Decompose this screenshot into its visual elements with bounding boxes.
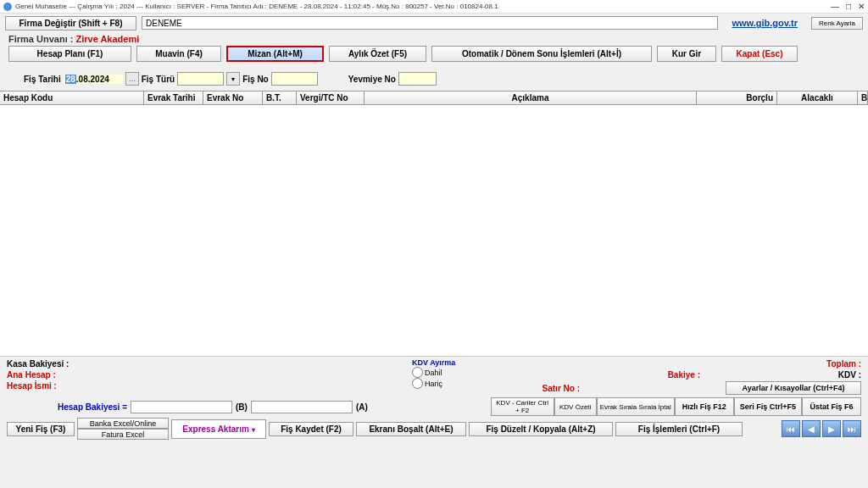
fis-islemleri-button[interactable]: Fiş İşlemleri (Ctrl+F)	[615, 422, 743, 436]
titlebar: Genel Muhasebe --- Çalışma Yılı : 2024 -…	[0, 0, 868, 14]
yeni-fis-button[interactable]: Yeni Fiş (F3)	[7, 422, 75, 436]
mizan-button[interactable]: Mizan (Alt+M)	[226, 46, 324, 62]
hizli-fis-button[interactable]: Hızlı Fiş F12	[675, 397, 734, 416]
col-aciklama[interactable]: Açıklama	[364, 92, 697, 104]
col-evrak-tarihi[interactable]: Evrak Tarihi	[144, 92, 203, 104]
kdv-dahil-label: Dahil	[425, 369, 442, 377]
nav-buttons: ⏮ ◀ ▶ ⏭	[782, 420, 861, 437]
nav-last-button[interactable]: ⏭	[843, 420, 861, 437]
col-evrak-no[interactable]: Evrak No	[203, 92, 263, 104]
nav-prev-button[interactable]: ◀	[802, 420, 821, 437]
topbar: Firma Değiştir (Shift + F8) www.gib.gov.…	[0, 14, 868, 32]
minimize-icon[interactable]: —	[831, 2, 839, 11]
ekrani-bosalt-button[interactable]: Ekranı Boşalt (Alt+E)	[356, 422, 466, 436]
seri-fis-button[interactable]: Seri Fiş Ctrl+F5	[734, 397, 802, 416]
maximize-icon[interactable]: □	[846, 2, 851, 11]
close-icon[interactable]: ✕	[858, 2, 865, 11]
col-hesap-kodu[interactable]: Hesap Kodu	[0, 92, 144, 104]
hesap-ismi-label: Hesap İsmi :	[7, 380, 405, 391]
fis-no-input[interactable]	[271, 72, 318, 86]
kasa-bakiyesi-label: Kasa Bakiyesi :	[7, 358, 405, 369]
yevmiye-no-input[interactable]	[398, 72, 437, 86]
banka-excel-button[interactable]: Banka Excel/Online	[77, 418, 169, 429]
ayarlar-button[interactable]: Ayarlar / Kısayollar (Ctrl+F4)	[726, 381, 861, 395]
fis-turu-input[interactable]	[177, 72, 224, 86]
kdv-label: KDV :	[819, 370, 861, 380]
fis-no-label: Fiş No	[242, 75, 269, 84]
kdv-haric-label: Hariç	[425, 380, 442, 388]
kdv-dahil-radio[interactable]	[412, 367, 423, 378]
evrak-sirala-button[interactable]: Evrak Sırala Sırala İptal	[597, 397, 675, 416]
a-label: (A)	[356, 402, 368, 412]
muavin-button[interactable]: Muavin (F4)	[136, 46, 221, 62]
col-alacakli[interactable]: Alacaklı	[777, 92, 858, 104]
hesap-bakiyesi-label: Hesap Bakiyesi =	[58, 402, 127, 412]
footer-row3: Yeni Fiş (F3) Banka Excel/Online Fatura …	[7, 418, 861, 440]
footer-top: Kasa Bakiyesi : Ana Hesap : Hesap İsmi :…	[7, 358, 861, 396]
col-b[interactable]: B	[858, 92, 868, 104]
col-bt[interactable]: B.T.	[263, 92, 297, 104]
fatura-excel-button[interactable]: Fatura Excel	[77, 429, 169, 440]
kdv-ozeti-button[interactable]: KDV Özeti	[554, 397, 597, 416]
satir-no-label: Satır No :	[512, 384, 580, 393]
fis-kaydet-button[interactable]: Fiş Kaydet (F2)	[269, 422, 353, 436]
express-aktarim-button[interactable]: Express Aktarım ▾	[171, 419, 266, 439]
toplam-label: Toplam :	[793, 359, 861, 369]
kur-gir-button[interactable]: Kur Gir	[657, 46, 716, 62]
footer: Kasa Bakiyesi : Ana Hesap : Hesap İsmi :…	[0, 357, 868, 441]
otomatik-islemler-button[interactable]: Otomatik / Dönem Sonu İşlemleri (Alt+İ)	[431, 46, 652, 62]
app-icon	[3, 3, 12, 11]
firm-name: Zirve Akademi	[75, 34, 139, 44]
kdv-ayirma-title: KDV Ayırma	[412, 358, 505, 367]
bakiye-label: Bakiye :	[632, 370, 700, 380]
footer-row2: Hesap Bakiyesi = (B) (A) KDV - Cariler C…	[7, 397, 861, 416]
filters-row: Fiş Tarihi 28.08.2024 … Fiş Türü ▾ Fiş N…	[0, 64, 868, 91]
main-buttons: Hesap Planı (F1) Muavin (F4) Mizan (Alt+…	[0, 44, 868, 64]
fis-turu-dropdown-button[interactable]: ▾	[226, 72, 240, 86]
aylik-ozet-button[interactable]: Aylık Özet (F5)	[329, 46, 426, 62]
nav-first-button[interactable]: ⏮	[782, 420, 800, 437]
footer-totals: Toplam : Bakiye :KDV : Satır No :Ayarlar…	[512, 358, 861, 396]
kdv-haric-radio[interactable]	[412, 378, 423, 389]
excel-buttons: Banka Excel/Online Fatura Excel	[77, 418, 169, 440]
fis-tarihi-label: Fiş Tarihi	[24, 75, 61, 84]
hesap-plani-button[interactable]: Hesap Planı (F1)	[8, 46, 131, 62]
grid-body[interactable]	[0, 105, 868, 357]
date-day-selected: 28	[65, 75, 76, 84]
kdv-cariler-button[interactable]: KDV - Cariler Ctrl + F2	[491, 397, 554, 416]
fis-duzelt-button[interactable]: Fiş Düzelt / Kopyala (Alt+Z)	[469, 422, 613, 436]
renk-ayarla-button[interactable]: Renk Ayarla	[811, 17, 863, 30]
bakiye-a-input[interactable]	[251, 401, 353, 413]
date-picker-button[interactable]: …	[125, 72, 139, 86]
date-rest: .08.2024	[76, 75, 109, 84]
kdv-ayirma-group: KDV Ayırma Dahil Hariç	[412, 358, 505, 396]
window-controls: — □ ✕	[831, 2, 865, 11]
gib-link[interactable]: www.gib.gov.tr	[732, 18, 798, 28]
col-borclu[interactable]: Borçlu	[697, 92, 777, 104]
fis-tarihi-input[interactable]: 28.08.2024	[64, 75, 123, 84]
fis-turu-label: Fiş Türü	[142, 75, 175, 84]
nav-next-button[interactable]: ▶	[822, 420, 841, 437]
bakiye-b-input[interactable]	[131, 401, 232, 413]
firm-row: Firma Unvanı : Zirve Akademi	[0, 34, 868, 44]
col-vergi-tc[interactable]: Vergi/TC No	[297, 92, 364, 104]
footer-left-labels: Kasa Bakiyesi : Ana Hesap : Hesap İsmi :	[7, 358, 405, 396]
grid-header: Hesap Kodu Evrak Tarihi Evrak No B.T. Ve…	[0, 91, 868, 105]
ana-hesap-label: Ana Hesap :	[7, 369, 405, 380]
b-label: (B)	[236, 402, 248, 412]
yevmiye-no-label: Yevmiye No	[348, 75, 396, 84]
firma-degistir-button[interactable]: Firma Değiştir (Shift + F8)	[5, 16, 136, 30]
company-input[interactable]	[142, 16, 718, 30]
ustat-fis-button[interactable]: Üstat Fiş F6	[802, 397, 861, 416]
titlebar-text: Genel Muhasebe --- Çalışma Yılı : 2024 -…	[15, 3, 498, 10]
firm-label: Firma Unvanı :	[8, 34, 73, 44]
kapat-button[interactable]: Kapat (Esc)	[721, 46, 798, 62]
small-buttons: KDV - Cariler Ctrl + F2 KDV Özeti Evrak …	[491, 397, 861, 416]
